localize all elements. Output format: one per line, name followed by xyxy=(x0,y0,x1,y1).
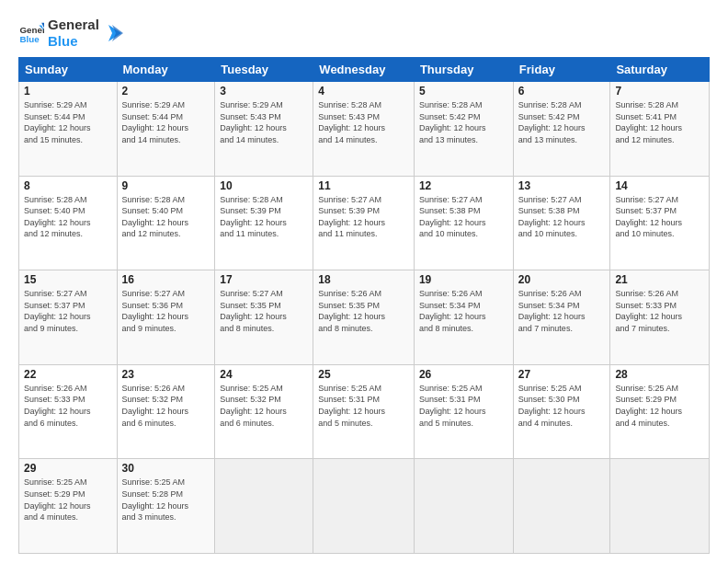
day-number: 26 xyxy=(419,368,508,381)
day-number: 19 xyxy=(419,273,508,286)
calendar-header-row: SundayMondayTuesdayWednesdayThursdayFrid… xyxy=(19,58,710,82)
calendar-cell: 19Sunrise: 5:26 AM Sunset: 5:34 PM Dayli… xyxy=(414,270,513,365)
day-info: Sunrise: 5:26 AM Sunset: 5:34 PM Dayligh… xyxy=(419,288,508,334)
day-info: Sunrise: 5:25 AM Sunset: 5:29 PM Dayligh… xyxy=(615,383,704,429)
day-info: Sunrise: 5:25 AM Sunset: 5:32 PM Dayligh… xyxy=(220,383,308,429)
calendar-cell: 1Sunrise: 5:29 AM Sunset: 5:44 PM Daylig… xyxy=(19,82,118,177)
calendar-cell: 17Sunrise: 5:27 AM Sunset: 5:35 PM Dayli… xyxy=(215,270,313,365)
header-wednesday: Wednesday xyxy=(313,58,415,82)
day-number: 27 xyxy=(518,368,606,381)
calendar-cell: 15Sunrise: 5:27 AM Sunset: 5:37 PM Dayli… xyxy=(19,270,118,365)
day-info: Sunrise: 5:28 AM Sunset: 5:39 PM Dayligh… xyxy=(220,194,308,240)
day-info: Sunrise: 5:27 AM Sunset: 5:38 PM Dayligh… xyxy=(518,194,606,240)
calendar-cell: 25Sunrise: 5:25 AM Sunset: 5:31 PM Dayli… xyxy=(313,364,415,459)
week-row-3: 22Sunrise: 5:26 AM Sunset: 5:33 PM Dayli… xyxy=(19,364,710,459)
calendar-cell: 23Sunrise: 5:26 AM Sunset: 5:32 PM Dayli… xyxy=(117,364,215,459)
header-monday: Monday xyxy=(117,58,215,82)
day-number: 18 xyxy=(318,273,409,286)
calendar-cell: 5Sunrise: 5:28 AM Sunset: 5:42 PM Daylig… xyxy=(414,82,513,177)
day-number: 17 xyxy=(220,273,308,286)
calendar-cell xyxy=(513,459,610,554)
calendar-cell xyxy=(313,459,415,554)
day-number: 5 xyxy=(419,85,508,98)
page: General Blue General Blue SundayMondayTu… xyxy=(0,0,728,563)
day-number: 12 xyxy=(419,179,508,192)
day-number: 16 xyxy=(122,273,210,286)
day-info: Sunrise: 5:26 AM Sunset: 5:33 PM Dayligh… xyxy=(615,288,704,334)
day-number: 23 xyxy=(122,368,210,381)
day-number: 29 xyxy=(24,462,112,475)
logo-line1: General xyxy=(48,17,99,33)
day-number: 7 xyxy=(615,85,704,98)
calendar-cell: 12Sunrise: 5:27 AM Sunset: 5:38 PM Dayli… xyxy=(414,176,513,270)
day-info: Sunrise: 5:26 AM Sunset: 5:32 PM Dayligh… xyxy=(122,383,210,429)
header-sunday: Sunday xyxy=(19,58,118,82)
logo-icon: General Blue xyxy=(18,20,44,46)
day-number: 1 xyxy=(24,85,112,98)
day-info: Sunrise: 5:26 AM Sunset: 5:33 PM Dayligh… xyxy=(24,383,112,429)
week-row-1: 8Sunrise: 5:28 AM Sunset: 5:40 PM Daylig… xyxy=(19,176,710,270)
calendar-cell: 20Sunrise: 5:26 AM Sunset: 5:34 PM Dayli… xyxy=(513,270,610,365)
header-tuesday: Tuesday xyxy=(215,58,313,82)
week-row-2: 15Sunrise: 5:27 AM Sunset: 5:37 PM Dayli… xyxy=(19,270,710,365)
day-info: Sunrise: 5:26 AM Sunset: 5:34 PM Dayligh… xyxy=(518,288,606,334)
day-number: 20 xyxy=(518,273,606,286)
day-number: 10 xyxy=(220,179,308,192)
header-thursday: Thursday xyxy=(414,58,513,82)
day-number: 30 xyxy=(122,462,210,475)
day-info: Sunrise: 5:25 AM Sunset: 5:28 PM Dayligh… xyxy=(122,477,210,523)
day-info: Sunrise: 5:27 AM Sunset: 5:39 PM Dayligh… xyxy=(318,194,409,240)
day-number: 28 xyxy=(615,368,704,381)
calendar-cell: 3Sunrise: 5:29 AM Sunset: 5:43 PM Daylig… xyxy=(215,82,313,177)
logo: General Blue General Blue xyxy=(18,17,123,50)
day-info: Sunrise: 5:25 AM Sunset: 5:31 PM Dayligh… xyxy=(419,383,508,429)
calendar-cell: 26Sunrise: 5:25 AM Sunset: 5:31 PM Dayli… xyxy=(414,364,513,459)
calendar-cell: 11Sunrise: 5:27 AM Sunset: 5:39 PM Dayli… xyxy=(313,176,415,270)
day-info: Sunrise: 5:25 AM Sunset: 5:31 PM Dayligh… xyxy=(318,383,409,429)
day-info: Sunrise: 5:27 AM Sunset: 5:37 PM Dayligh… xyxy=(615,194,704,240)
day-number: 25 xyxy=(318,368,409,381)
calendar-cell: 9Sunrise: 5:28 AM Sunset: 5:40 PM Daylig… xyxy=(117,176,215,270)
logo-arrow-icon xyxy=(103,23,123,43)
day-info: Sunrise: 5:28 AM Sunset: 5:42 PM Dayligh… xyxy=(419,99,508,145)
calendar-cell: 14Sunrise: 5:27 AM Sunset: 5:37 PM Dayli… xyxy=(610,176,710,270)
day-number: 9 xyxy=(122,179,210,192)
day-info: Sunrise: 5:29 AM Sunset: 5:44 PM Dayligh… xyxy=(24,99,112,145)
logo-line2: Blue xyxy=(48,33,99,50)
calendar-cell: 2Sunrise: 5:29 AM Sunset: 5:44 PM Daylig… xyxy=(117,82,215,177)
day-info: Sunrise: 5:28 AM Sunset: 5:41 PM Dayligh… xyxy=(615,99,704,145)
day-number: 6 xyxy=(518,85,606,98)
calendar-cell: 18Sunrise: 5:26 AM Sunset: 5:35 PM Dayli… xyxy=(313,270,415,365)
calendar-cell: 8Sunrise: 5:28 AM Sunset: 5:40 PM Daylig… xyxy=(19,176,118,270)
day-number: 24 xyxy=(220,368,308,381)
day-number: 2 xyxy=(122,85,210,98)
day-info: Sunrise: 5:27 AM Sunset: 5:35 PM Dayligh… xyxy=(220,288,308,334)
calendar-cell: 10Sunrise: 5:28 AM Sunset: 5:39 PM Dayli… xyxy=(215,176,313,270)
calendar-cell: 29Sunrise: 5:25 AM Sunset: 5:29 PM Dayli… xyxy=(19,459,118,554)
day-info: Sunrise: 5:25 AM Sunset: 5:29 PM Dayligh… xyxy=(24,477,112,523)
week-row-4: 29Sunrise: 5:25 AM Sunset: 5:29 PM Dayli… xyxy=(19,459,710,554)
day-info: Sunrise: 5:27 AM Sunset: 5:37 PM Dayligh… xyxy=(24,288,112,334)
calendar-cell: 24Sunrise: 5:25 AM Sunset: 5:32 PM Dayli… xyxy=(215,364,313,459)
day-info: Sunrise: 5:27 AM Sunset: 5:36 PM Dayligh… xyxy=(122,288,210,334)
day-info: Sunrise: 5:28 AM Sunset: 5:43 PM Dayligh… xyxy=(318,99,409,145)
day-info: Sunrise: 5:25 AM Sunset: 5:30 PM Dayligh… xyxy=(518,383,606,429)
svg-text:Blue: Blue xyxy=(19,34,40,44)
day-info: Sunrise: 5:28 AM Sunset: 5:42 PM Dayligh… xyxy=(518,99,606,145)
header-friday: Friday xyxy=(513,58,610,82)
calendar-cell: 30Sunrise: 5:25 AM Sunset: 5:28 PM Dayli… xyxy=(117,459,215,554)
calendar-cell: 7Sunrise: 5:28 AM Sunset: 5:41 PM Daylig… xyxy=(610,82,710,177)
day-number: 13 xyxy=(518,179,606,192)
calendar-cell: 27Sunrise: 5:25 AM Sunset: 5:30 PM Dayli… xyxy=(513,364,610,459)
calendar-cell: 22Sunrise: 5:26 AM Sunset: 5:33 PM Dayli… xyxy=(19,364,118,459)
header: General Blue General Blue xyxy=(18,17,710,50)
day-number: 21 xyxy=(615,273,704,286)
day-info: Sunrise: 5:28 AM Sunset: 5:40 PM Dayligh… xyxy=(122,194,210,240)
week-row-0: 1Sunrise: 5:29 AM Sunset: 5:44 PM Daylig… xyxy=(19,82,710,177)
day-info: Sunrise: 5:27 AM Sunset: 5:38 PM Dayligh… xyxy=(419,194,508,240)
day-info: Sunrise: 5:28 AM Sunset: 5:40 PM Dayligh… xyxy=(24,194,112,240)
calendar-table: SundayMondayTuesdayWednesdayThursdayFrid… xyxy=(18,57,710,554)
calendar-cell: 4Sunrise: 5:28 AM Sunset: 5:43 PM Daylig… xyxy=(313,82,415,177)
day-number: 8 xyxy=(24,179,112,192)
day-info: Sunrise: 5:26 AM Sunset: 5:35 PM Dayligh… xyxy=(318,288,409,334)
